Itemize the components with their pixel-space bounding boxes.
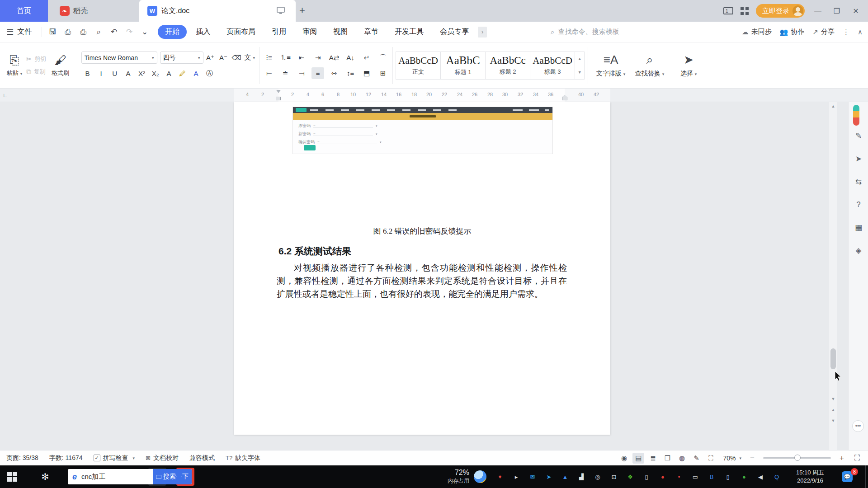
- help-icon[interactable]: ?: [856, 200, 860, 209]
- tray-telegram-icon[interactable]: ➤: [541, 474, 557, 480]
- document-page[interactable]: 原密码 ~ ▾ 新密码 ~ ▾ 确认密码 ~ ▾: [234, 102, 610, 435]
- font-size-select[interactable]: 四号▾: [160, 52, 203, 64]
- font-family-select[interactable]: Times New Roman ▾: [81, 52, 157, 64]
- fullscreen-button[interactable]: ⛶: [853, 454, 862, 463]
- horizontal-ruler[interactable]: ∟ 42246810121416182022242628303234364042: [0, 89, 868, 102]
- char-underline-color-button[interactable]: A: [190, 67, 203, 79]
- tray-green-leaf-icon[interactable]: ❖: [622, 474, 638, 480]
- promo-strip-icon[interactable]: [853, 105, 859, 126]
- scroll-up-arrow[interactable]: ▲: [829, 104, 837, 108]
- pen-tool-icon[interactable]: ✎: [855, 131, 862, 141]
- tray-tim-icon[interactable]: ✉: [524, 474, 541, 480]
- find-replace-button[interactable]: ⌕ 查找替换▾: [630, 46, 669, 85]
- bullet-list-button[interactable]: ⁝≡: [263, 52, 275, 64]
- tab-dev-tools[interactable]: 开发工具: [387, 25, 431, 39]
- indent-button[interactable]: ⇥: [311, 52, 324, 64]
- style-normal[interactable]: AaBbCcD 正文: [396, 52, 441, 80]
- memory-widget[interactable]: 72% 内存占用: [430, 469, 469, 485]
- select-button[interactable]: ➤ 选择▾: [669, 46, 708, 85]
- home-tab[interactable]: 首页: [0, 0, 48, 22]
- taskbar-clock[interactable]: 15:10 周五 2022/9/16: [788, 469, 833, 485]
- underline-button[interactable]: U: [108, 67, 121, 79]
- spellcheck-toggle[interactable]: ✓ 拼写检查▾: [94, 454, 135, 462]
- outdent-button[interactable]: ⇤: [295, 52, 308, 64]
- char-border-button[interactable]: Ⓐ: [203, 67, 216, 79]
- left-indent-marker[interactable]: [276, 97, 281, 100]
- print-icon[interactable]: ⎙: [76, 28, 90, 37]
- taskbar-search-widget[interactable]: e cnc加工 搜索一下: [68, 469, 192, 484]
- collapse-ribbon-icon[interactable]: ∧: [858, 28, 863, 36]
- tray-laptop-icon[interactable]: ▭: [687, 474, 703, 480]
- text-effects-button[interactable]: A: [163, 67, 175, 79]
- format-painter-button[interactable]: 🖌 格式刷: [47, 46, 75, 85]
- sidebar-more-button[interactable]: •••: [852, 420, 864, 432]
- ink-icon[interactable]: ✎: [690, 453, 702, 464]
- tray-shield-icon[interactable]: ▲: [557, 474, 573, 480]
- zoom-out-button[interactable]: −: [748, 454, 757, 463]
- more-tabs-button[interactable]: ›: [478, 27, 487, 38]
- italic-button[interactable]: I: [95, 67, 108, 79]
- overflow-menu-icon[interactable]: ⋮: [843, 28, 849, 36]
- tab-selector-icon[interactable]: ∟: [3, 92, 8, 99]
- tray-screenshot-icon[interactable]: ⊡: [606, 474, 622, 480]
- distribute-button[interactable]: ⇿: [328, 67, 340, 79]
- tab-member[interactable]: 会员专享: [433, 25, 476, 39]
- tab-home-ribbon[interactable]: 开始: [158, 25, 187, 39]
- tag-icon[interactable]: ◈: [855, 246, 861, 255]
- print-preview-icon[interactable]: ⌕: [92, 28, 105, 37]
- tray-bell-icon[interactable]: ◎: [590, 474, 606, 480]
- word-count[interactable]: 字数: 11674: [49, 454, 83, 462]
- export-icon[interactable]: ⎙: [61, 28, 75, 37]
- more-commands-icon[interactable]: ⌄: [138, 27, 151, 37]
- paste-button[interactable]: ⎘ 粘贴▾: [3, 46, 26, 85]
- collaborate-button[interactable]: 👥 协作: [780, 28, 805, 36]
- eye-protect-icon[interactable]: ◉: [618, 453, 630, 464]
- align-center-button[interactable]: ≐: [279, 67, 292, 79]
- text-tools-button[interactable]: A⇄: [328, 52, 340, 64]
- restore-button[interactable]: ❐: [831, 7, 843, 15]
- document-area[interactable]: 原密码 ~ ▾ 新密码 ~ ▾ 确认密码 ~ ▾: [0, 102, 848, 450]
- share-button[interactable]: ↗ 分享: [812, 28, 835, 36]
- sort-button[interactable]: A↓: [344, 52, 357, 64]
- tray-phone-icon[interactable]: ▯: [720, 474, 736, 480]
- scroll-down-arrow[interactable]: ▼: [829, 397, 837, 401]
- tray-volume-icon[interactable]: ◀: [752, 474, 769, 480]
- image-extract-icon[interactable]: ▦: [855, 223, 862, 232]
- speedup-ball-icon[interactable]: [474, 470, 486, 483]
- increase-font-button[interactable]: A⁺: [204, 52, 217, 64]
- zoom-in-button[interactable]: +: [837, 454, 846, 463]
- tray-red-dot-icon[interactable]: •: [671, 474, 687, 480]
- bold-button[interactable]: B: [81, 67, 94, 79]
- number-list-button[interactable]: ⒈≡: [279, 52, 292, 64]
- borders-button[interactable]: ⊞: [377, 67, 389, 79]
- read-mode-icon[interactable]: ❒: [661, 453, 673, 464]
- start-button[interactable]: [7, 472, 17, 482]
- outline-view-icon[interactable]: ≣: [647, 453, 659, 464]
- split-screen-icon[interactable]: [277, 7, 285, 13]
- tab-section[interactable]: 章节: [357, 25, 386, 39]
- zoom-slider[interactable]: [763, 457, 831, 459]
- tray-red-circle-icon[interactable]: ●: [655, 474, 671, 480]
- style-heading1[interactable]: AaBbC 标题 1: [440, 52, 486, 80]
- shading-button[interactable]: ⬒: [360, 67, 373, 79]
- tray-search-q-icon[interactable]: Q: [769, 474, 785, 480]
- cut-button[interactable]: ✂ 剪切: [26, 55, 47, 63]
- command-search-input[interactable]: ⌕ 查找命令、搜索模板: [551, 28, 619, 36]
- tab-page-layout[interactable]: 页面布局: [219, 25, 263, 39]
- first-line-indent-marker[interactable]: [276, 90, 281, 93]
- justify-button[interactable]: ≡: [311, 67, 324, 79]
- subscript-button[interactable]: X₂: [149, 67, 162, 79]
- superscript-button[interactable]: X²: [136, 67, 148, 79]
- align-left-button[interactable]: ⟝: [263, 67, 275, 79]
- sync-status-button[interactable]: ☁ 未同步: [742, 28, 772, 36]
- adjust-tool-icon[interactable]: ⇆: [855, 177, 862, 187]
- login-button[interactable]: 立即登录: [756, 4, 805, 18]
- close-button[interactable]: ✕: [850, 7, 862, 15]
- clear-format-button[interactable]: ⌫: [231, 52, 243, 64]
- document-tab[interactable]: W 论文.doc: [139, 0, 296, 22]
- taskbar-search-button[interactable]: 搜索一下: [153, 469, 192, 484]
- tab-insert[interactable]: 插入: [189, 25, 217, 39]
- zoom-slider-knob[interactable]: [794, 455, 801, 461]
- compat-mode-label[interactable]: 兼容模式: [189, 454, 215, 462]
- app-grid-icon[interactable]: [741, 7, 749, 15]
